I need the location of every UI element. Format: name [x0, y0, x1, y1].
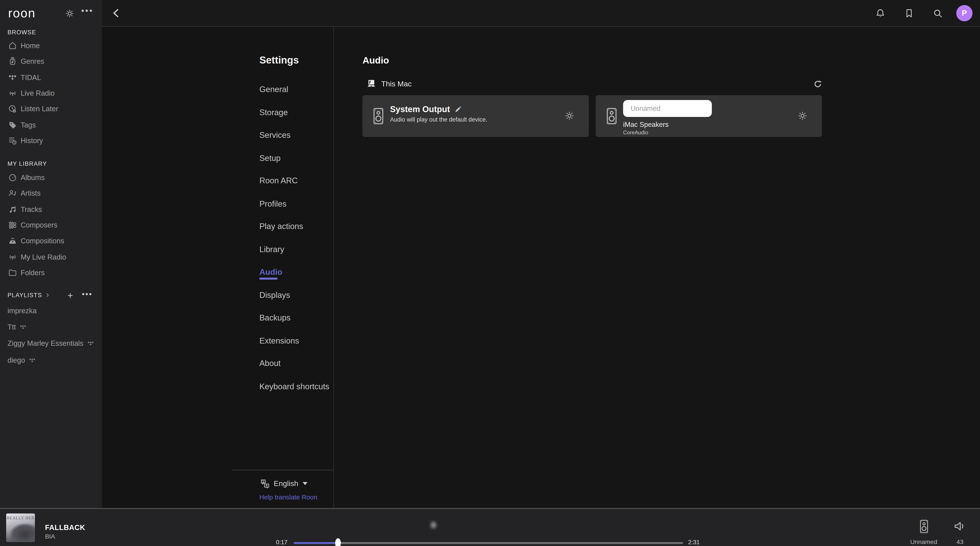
- language-label: English: [274, 479, 298, 488]
- sidebar-item-tidal[interactable]: TIDAL: [0, 71, 102, 85]
- settings-tab-keyboard-shortcuts[interactable]: Keyboard shortcuts: [259, 382, 329, 391]
- elapsed-time: 0:17: [265, 539, 288, 546]
- settings-tab-setup[interactable]: Setup: [259, 154, 281, 163]
- sidebar-more-icon[interactable]: •••: [81, 6, 94, 15]
- genres-icon: [8, 56, 18, 66]
- sidebar-item-live-radio[interactable]: Live Radio: [0, 86, 102, 100]
- composers-icon: [8, 220, 18, 230]
- roon-radio-indicator: [431, 522, 436, 528]
- track-title: FALLBACK: [45, 524, 85, 532]
- edit-name-icon[interactable]: [454, 105, 462, 113]
- settings-tab-play-actions[interactable]: Play actions: [259, 222, 303, 231]
- album-icon: [8, 172, 18, 183]
- sidebar-item-my-live-radio[interactable]: My Live Radio: [0, 250, 102, 264]
- section-header-my-library: MY LIBRARY: [8, 160, 47, 168]
- settings-nav-panel: Settings General Storage Services Setup …: [102, 27, 334, 508]
- selected-tab-underline: [259, 278, 278, 279]
- playlists-header[interactable]: PLAYLISTS + •••: [0, 291, 102, 302]
- folder-icon: [8, 268, 18, 278]
- speaker-icon: [372, 107, 385, 125]
- sidebar-item-genres[interactable]: Genres: [0, 54, 102, 69]
- sidebar-item-folders[interactable]: Folders: [0, 266, 102, 279]
- settings-tab-general[interactable]: General: [259, 85, 288, 94]
- sidebar-item-listen-later[interactable]: Listen Later: [0, 102, 102, 116]
- home-icon: [8, 41, 18, 51]
- sidebar-item-artists[interactable]: Artists: [0, 187, 102, 200]
- progress-thumb[interactable]: [335, 538, 341, 546]
- playlist-item[interactable]: Ttt: [0, 320, 102, 334]
- add-playlist-icon[interactable]: +: [67, 290, 73, 301]
- settings-tab-storage[interactable]: Storage: [259, 108, 288, 117]
- history-icon: [8, 136, 18, 146]
- settings-tab-backups[interactable]: Backups: [259, 313, 291, 322]
- roon-logo: roon: [8, 6, 36, 20]
- playlist-item[interactable]: diego: [0, 353, 102, 367]
- settings-tab-displays[interactable]: Displays: [259, 291, 290, 300]
- playlist-item[interactable]: Ziggy Marley Essentials: [0, 337, 102, 350]
- tag-icon: [8, 120, 18, 130]
- settings-tab-audio[interactable]: Audio: [259, 268, 282, 277]
- sidebar-item-compositions[interactable]: Compositions: [0, 234, 102, 248]
- translate-icon: [260, 479, 270, 488]
- sidebar-item-composers[interactable]: Composers: [0, 218, 102, 232]
- settings-gear-icon[interactable]: [65, 9, 75, 18]
- bookmark-icon[interactable]: [904, 8, 914, 19]
- search-icon[interactable]: [932, 8, 943, 19]
- topbar: P: [102, 0, 980, 27]
- section-header-playlists: PLAYLISTS: [8, 291, 50, 299]
- album-art[interactable]: REALLY HER: [6, 514, 35, 542]
- live-radio-icon: [8, 88, 18, 98]
- zone-selector[interactable]: Unnamed: [905, 518, 943, 546]
- settings-title: Settings: [259, 54, 299, 66]
- sidebar-item-tracks[interactable]: Tracks: [0, 203, 102, 217]
- device-group-this-mac: This Mac: [366, 78, 412, 89]
- roon-app-window: roon ••• BROWSE Home Genres TIDAL Live R…: [0, 0, 980, 546]
- volume-control[interactable]: 43: [948, 518, 972, 546]
- settings-tab-about[interactable]: About: [259, 359, 281, 368]
- playlist-item[interactable]: imprezka: [0, 304, 102, 318]
- help-translate-link[interactable]: Help translate Roon: [259, 493, 317, 501]
- divider: [232, 470, 333, 470]
- sidebar: roon ••• BROWSE Home Genres TIDAL Live R…: [0, 0, 102, 508]
- volume-icon: [953, 520, 966, 532]
- album-art-title: REALLY HER: [6, 516, 35, 520]
- language-selector[interactable]: English: [260, 478, 307, 489]
- settings-tab-extensions[interactable]: Extensions: [259, 336, 299, 346]
- compositions-icon: [8, 236, 18, 246]
- device-driver: CoreAudio: [623, 129, 648, 136]
- playlists-more-icon[interactable]: •••: [82, 290, 93, 298]
- player-bar: REALLY HER FALLBACK BIA 0:17 2:31 Unna: [0, 508, 980, 546]
- listen-later-icon: [8, 104, 18, 114]
- zone-label: Unnamed: [905, 538, 943, 546]
- tidal-icon: [87, 341, 94, 346]
- section-header-browse: BROWSE: [8, 29, 36, 36]
- audio-settings-content: Audio This Mac System Output Audio will …: [334, 27, 980, 508]
- settings-tab-library[interactable]: Library: [259, 245, 284, 254]
- device-name-input[interactable]: [623, 100, 712, 117]
- tidal-icon: [8, 73, 18, 83]
- avatar[interactable]: P: [956, 5, 972, 21]
- settings-tab-roon-arc[interactable]: Roon ARC: [259, 176, 298, 185]
- sidebar-item-home[interactable]: Home: [0, 39, 102, 53]
- device-settings-gear-icon[interactable]: [565, 111, 574, 121]
- sidebar-item-tags[interactable]: Tags: [0, 118, 102, 132]
- device-settings-gear-icon[interactable]: [797, 111, 808, 121]
- page-title: Audio: [363, 55, 389, 66]
- refresh-icon[interactable]: [813, 79, 822, 89]
- chevron-down-icon: [303, 482, 307, 485]
- sidebar-item-albums[interactable]: Albums: [0, 171, 102, 185]
- back-button[interactable]: [111, 8, 122, 19]
- settings-tab-profiles[interactable]: Profiles: [259, 200, 286, 209]
- speaker-icon: [605, 107, 618, 125]
- zone-speaker-icon: [919, 519, 929, 534]
- sidebar-item-history[interactable]: History: [0, 134, 102, 148]
- settings-tab-services[interactable]: Services: [259, 131, 291, 140]
- duration-time: 2:31: [688, 539, 700, 546]
- audio-device-card-system-output: System Output Audio will play out the de…: [363, 95, 589, 137]
- album-art-figure: [10, 524, 35, 542]
- progress-bar[interactable]: [294, 542, 683, 544]
- group-label: This Mac: [381, 80, 412, 88]
- device-name: System Output: [390, 104, 462, 114]
- notifications-bell-icon[interactable]: [875, 8, 886, 19]
- volume-value: 43: [948, 538, 972, 546]
